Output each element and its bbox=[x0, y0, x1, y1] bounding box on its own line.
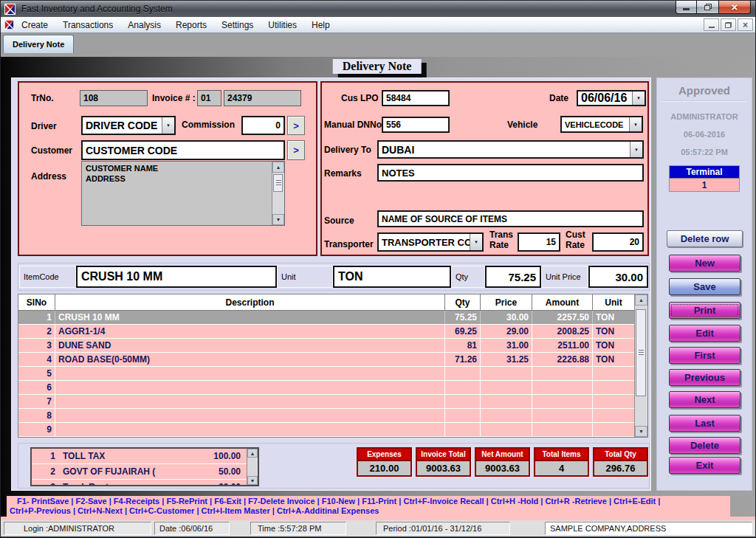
minimize-button[interactable] bbox=[676, 1, 697, 14]
chevron-down-icon[interactable]: ▼ bbox=[632, 92, 645, 105]
scroll-down-icon[interactable]: ▼ bbox=[247, 476, 258, 485]
trno-field[interactable]: 108 bbox=[80, 90, 148, 106]
new-button[interactable]: New bbox=[669, 255, 740, 272]
transporter-select[interactable]: TRANSPORTER CO ▼ bbox=[377, 232, 484, 252]
chevron-down-icon[interactable]: ▼ bbox=[470, 234, 482, 250]
scroll-up-icon[interactable]: ▲ bbox=[635, 294, 647, 306]
address-box[interactable]: CUSTOMER NAME ADDRESS ▲ ▼ bbox=[81, 161, 285, 226]
summary-total-items: Total Items 4 bbox=[534, 447, 589, 477]
mdi-minimize-button[interactable] bbox=[704, 18, 719, 31]
customer-lookup-button[interactable]: > bbox=[287, 140, 305, 160]
driver-lookup-button[interactable]: > bbox=[287, 116, 305, 135]
commission-field[interactable]: 0 bbox=[241, 116, 285, 135]
menu-item-reports[interactable]: Reports bbox=[168, 18, 214, 32]
status-period: Period :01/01/16 - 31/12/16 bbox=[376, 522, 510, 535]
scroll-down-icon[interactable]: ▼ bbox=[635, 426, 647, 437]
expense-row[interactable]: 1 TOLL TAX 100.00 bbox=[32, 449, 247, 464]
unit-price-field[interactable]: 30.00 bbox=[588, 266, 648, 288]
expenses-scrollbar[interactable]: ▲ ▼ bbox=[247, 449, 258, 485]
scroll-up-icon[interactable]: ▲ bbox=[247, 449, 258, 458]
first-button[interactable]: First bbox=[669, 347, 740, 364]
delivery-note-form: TrNo. 108 Invoice # : 01 24379 Driver DR… bbox=[11, 77, 651, 491]
mdi-restore-button[interactable] bbox=[721, 18, 736, 31]
remarks-field[interactable]: NOTES bbox=[377, 164, 644, 182]
driver-select[interactable]: DRIVER CODE ▼ bbox=[81, 116, 176, 135]
source-field[interactable]: NAME OF SOURCE OF ITEMS bbox=[377, 210, 644, 227]
scroll-down-icon[interactable]: ▼ bbox=[272, 214, 284, 225]
menu-item-create[interactable]: Create bbox=[14, 18, 55, 32]
expense-no: 2 bbox=[32, 466, 60, 477]
cus-lpo-field[interactable]: 58484 bbox=[382, 90, 450, 106]
table-scrollbar[interactable]: ▲ ▼ bbox=[634, 294, 647, 437]
customer-field[interactable]: CUSTOMER CODE bbox=[81, 140, 285, 160]
save-button[interactable]: Save bbox=[669, 278, 740, 295]
cell-amount bbox=[532, 423, 593, 436]
cell-price: 29.00 bbox=[481, 325, 532, 338]
delete-button[interactable]: Delete bbox=[669, 437, 740, 454]
cell-description: AGGR1-1/4 bbox=[55, 325, 445, 338]
menu-item-analysis[interactable]: Analysis bbox=[120, 18, 168, 32]
cell-qty bbox=[445, 395, 481, 408]
table-row[interactable]: 8 bbox=[18, 409, 634, 423]
menu-item-help[interactable]: Help bbox=[304, 18, 337, 32]
table-row[interactable]: 1 CRUSH 10 MM 75.25 30.00 2257.50 TON bbox=[18, 311, 634, 325]
expense-row[interactable]: 2 GOVT OF FUJAIRAH ( 50.00 bbox=[32, 464, 247, 480]
manual-dn-field[interactable]: 556 bbox=[382, 117, 450, 133]
address-scrollbar[interactable]: ▲ ▼ bbox=[272, 162, 284, 225]
date-select[interactable]: 06/06/16 ▼ bbox=[577, 90, 646, 106]
itemcode-field[interactable]: CRUSH 10 MM bbox=[76, 266, 277, 288]
expense-row[interactable]: 3 Truck Rent 60.00 bbox=[32, 480, 247, 485]
delivery-to-select[interactable]: DUBAI ▼ bbox=[377, 140, 644, 159]
cell-price: 31.00 bbox=[481, 339, 532, 352]
table-row[interactable]: 9 bbox=[18, 423, 634, 437]
next-button[interactable]: Next bbox=[669, 391, 740, 408]
table-row[interactable]: 2 AGGR1-1/4 69.25 29.00 2008.25 TON bbox=[18, 325, 634, 339]
summary-total-items-label: Total Items bbox=[535, 449, 588, 460]
vehicle-select[interactable]: VEHICLECODE ▼ bbox=[560, 116, 643, 133]
exit-button[interactable]: Exit bbox=[669, 457, 740, 474]
table-row[interactable]: 6 bbox=[18, 381, 634, 395]
edit-button[interactable]: Edit bbox=[669, 325, 740, 342]
cust-rate-field[interactable]: 20 bbox=[592, 232, 644, 252]
trans-rate-field[interactable]: 15 bbox=[518, 232, 560, 252]
transporter-value: TRANSPORTER CO bbox=[379, 234, 470, 250]
print-button[interactable]: Print bbox=[669, 302, 740, 319]
scroll-up-icon[interactable]: ▲ bbox=[272, 162, 284, 173]
mdi-close-button[interactable]: × bbox=[738, 18, 753, 31]
qty-field[interactable]: 75.25 bbox=[485, 266, 541, 288]
menu-item-transactions[interactable]: Transactions bbox=[55, 18, 120, 32]
invoice-prefix-field[interactable]: 01 bbox=[197, 90, 221, 106]
last-button[interactable]: Last bbox=[669, 415, 740, 432]
restore-button[interactable] bbox=[697, 1, 718, 14]
summary-invoice-total-value: 9003.63 bbox=[417, 460, 470, 475]
menu-item-utilities[interactable]: Utilities bbox=[261, 18, 304, 32]
table-row[interactable]: 3 DUNE SAND 81 31.00 2511.00 TON bbox=[18, 339, 634, 353]
close-button[interactable]: × bbox=[718, 1, 751, 14]
chevron-down-icon[interactable]: ▼ bbox=[630, 142, 642, 157]
previous-button[interactable]: Previous bbox=[669, 369, 740, 386]
driver-value: DRIVER CODE bbox=[83, 117, 162, 134]
table-row[interactable]: 5 bbox=[18, 367, 634, 381]
header-left-group: TrNo. 108 Invoice # : 01 24379 Driver DR… bbox=[18, 81, 317, 256]
delete-row-button[interactable]: Delete row bbox=[667, 230, 743, 247]
table-row[interactable]: 7 bbox=[18, 395, 634, 409]
scroll-thumb[interactable] bbox=[273, 174, 283, 192]
chevron-down-icon[interactable]: ▼ bbox=[162, 117, 174, 134]
transporter-label: Transporter bbox=[324, 239, 374, 249]
summary-total-qty-value: 296.76 bbox=[594, 460, 647, 475]
date-label: Date bbox=[549, 93, 568, 103]
menu-item-settings[interactable]: Settings bbox=[214, 18, 261, 32]
tab-delivery-note[interactable]: Delivery Note bbox=[3, 35, 74, 53]
cell-price bbox=[481, 409, 532, 422]
table-row[interactable]: 4 ROAD BASE(0-50MM) 71.26 31.25 2226.88 … bbox=[18, 353, 634, 367]
cell-unit bbox=[593, 423, 634, 436]
item-entry-bar: ItemCode CRUSH 10 MM Unit TON Qty 75.25 … bbox=[18, 263, 650, 291]
unit-field[interactable]: TON bbox=[333, 266, 451, 288]
cell-price bbox=[481, 395, 532, 408]
status-time: Time :5:57:28 PM bbox=[250, 522, 346, 535]
header-price: Price bbox=[481, 294, 532, 310]
chevron-down-icon[interactable]: ▼ bbox=[629, 117, 642, 131]
invoice-number-field[interactable]: 24379 bbox=[224, 90, 301, 106]
scroll-thumb[interactable] bbox=[636, 309, 646, 396]
expense-name: GOVT OF FUJAIRAH ( bbox=[60, 466, 183, 477]
